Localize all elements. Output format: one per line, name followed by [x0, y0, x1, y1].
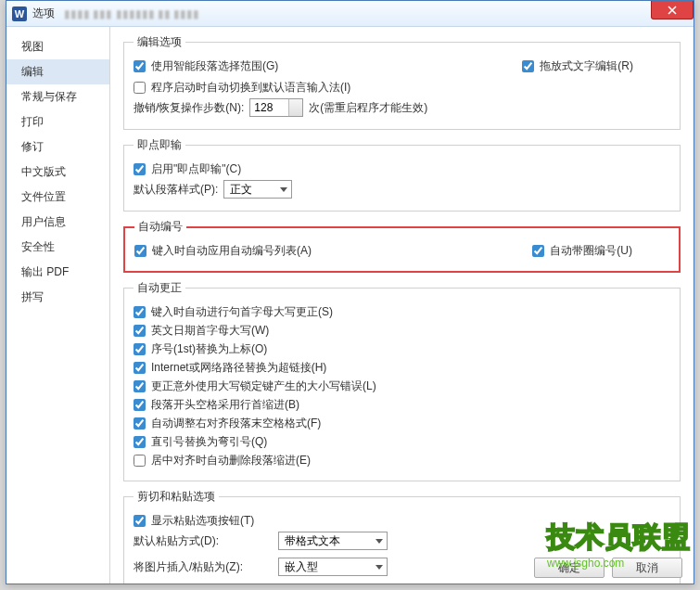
cb-autocorrect-0[interactable]: [134, 306, 146, 318]
main-panel: 编辑选项 使用智能段落选择范围(G) 拖放式文字编辑(R) 程序启动时自动切换到…: [110, 27, 694, 584]
lbl-autocorrect-4: 更正意外使用大写锁定键产生的大小写错误(L): [151, 378, 376, 394]
lbl-autocorrect-6: 自动调整右对齐段落末空格格式(F): [151, 416, 321, 431]
button-bar: 确定 取消: [127, 556, 682, 580]
lbl-undo-hint: 次(需重启程序才能生效): [309, 100, 427, 116]
sidebar-item-10[interactable]: 拼写: [6, 285, 109, 310]
close-button[interactable]: [651, 1, 694, 19]
cb-auto-number-list[interactable]: [134, 245, 146, 257]
cb-show-paste-btn[interactable]: [134, 515, 146, 527]
cb-autocorrect-2[interactable]: [134, 343, 146, 355]
sidebar: 视图编辑常规与保存打印修订中文版式文件位置用户信息安全性输出 PDF拼写: [6, 27, 110, 584]
lbl-auto-number-list: 键入时自动应用自动编号列表(A): [152, 243, 312, 259]
group-auto-correct: 自动更正 键入时自动进行句首字母大写更正(S)英文日期首字母大写(W)序号(1s…: [123, 280, 681, 481]
cb-autocorrect-7[interactable]: [134, 436, 146, 448]
legend-auto-number: 自动编号: [134, 219, 186, 235]
select-paste-mode[interactable]: 带格式文本: [278, 532, 388, 550]
lbl-autocorrect-1: 英文日期首字母大写(W): [151, 323, 269, 339]
options-dialog: W 选项 ▮▮▮▮ ▮▮▮ ▮▮▮▮▮▮ ▮▮ ▮▮▮▮ 视图编辑常规与保存打印…: [6, 0, 694, 584]
legend-auto-correct: 自动更正: [134, 280, 185, 296]
legend-click-type: 即点即输: [134, 137, 185, 153]
group-edit-options: 编辑选项 使用智能段落选择范围(G) 拖放式文字编辑(R) 程序启动时自动切换到…: [123, 34, 681, 130]
window-title: 选项: [32, 6, 55, 21]
lbl-autocorrect-2: 序号(1st)替换为上标(O): [151, 341, 267, 357]
cb-autocorrect-6[interactable]: [134, 417, 146, 430]
cb-autocorrect-5[interactable]: [134, 399, 146, 411]
cb-circle-number[interactable]: [532, 245, 544, 257]
sidebar-item-3[interactable]: 打印: [6, 109, 109, 135]
close-icon: [668, 6, 677, 15]
lbl-circle-number: 自动带圈编号(U): [550, 243, 632, 259]
lbl-undo-steps: 撤销/恢复操作步数(N):: [134, 100, 244, 116]
lbl-autocorrect-3: Internet或网络路径替换为超链接(H): [151, 360, 326, 376]
group-click-type: 即点即输 启用"即点即输"(C) 默认段落样式(P): 正文: [123, 137, 681, 212]
title-extra: ▮▮▮▮ ▮▮▮ ▮▮▮▮▮▮ ▮▮ ▮▮▮▮: [64, 7, 199, 20]
cb-click-type[interactable]: [134, 163, 146, 175]
cancel-button[interactable]: 取消: [612, 558, 682, 578]
app-icon: W: [12, 6, 27, 21]
lbl-autocorrect-5: 段落开头空格采用行首缩进(B): [151, 397, 299, 413]
lbl-autocorrect-7: 直引号替换为弯引号(Q): [151, 434, 267, 450]
cb-auto-ime[interactable]: [134, 82, 146, 94]
legend-edit: 编辑选项: [134, 34, 185, 50]
sidebar-item-2[interactable]: 常规与保存: [6, 84, 109, 109]
ok-button[interactable]: 确定: [534, 558, 605, 578]
legend-cut-paste: 剪切和粘贴选项: [134, 489, 219, 505]
cb-autocorrect-1[interactable]: [134, 325, 146, 337]
cb-drag-text[interactable]: [522, 60, 534, 72]
cb-autocorrect-4[interactable]: [134, 380, 146, 392]
lbl-default-style: 默认段落样式(P):: [134, 182, 218, 198]
lbl-auto-ime: 程序启动时自动切换到默认语言输入法(I): [151, 80, 350, 96]
lbl-autocorrect-0: 键入时自动进行句首字母大写更正(S): [151, 304, 333, 320]
lbl-autocorrect-8: 居中对齐时自动删除段落缩进(E): [151, 453, 311, 468]
sidebar-item-9[interactable]: 输出 PDF: [6, 260, 109, 285]
lbl-smart-select: 使用智能段落选择范围(G): [151, 58, 278, 74]
sidebar-item-0[interactable]: 视图: [6, 34, 109, 59]
sidebar-item-7[interactable]: 用户信息: [6, 210, 109, 235]
lbl-click-type: 启用"即点即输"(C): [151, 161, 241, 177]
sidebar-item-4[interactable]: 修订: [6, 135, 109, 160]
select-default-style[interactable]: 正文: [223, 180, 292, 199]
content: 视图编辑常规与保存打印修订中文版式文件位置用户信息安全性输出 PDF拼写 编辑选…: [6, 27, 694, 584]
undo-steps-spinner[interactable]: 128: [249, 98, 303, 117]
sidebar-item-6[interactable]: 文件位置: [6, 185, 109, 210]
titlebar: W 选项 ▮▮▮▮ ▮▮▮ ▮▮▮▮▮▮ ▮▮ ▮▮▮▮: [6, 1, 694, 27]
cb-autocorrect-8[interactable]: [134, 455, 146, 467]
sidebar-item-8[interactable]: 安全性: [6, 235, 109, 260]
sidebar-item-5[interactable]: 中文版式: [6, 160, 109, 185]
cb-autocorrect-3[interactable]: [134, 362, 146, 374]
sidebar-item-1[interactable]: 编辑: [6, 59, 109, 84]
cb-smart-select[interactable]: [134, 60, 146, 72]
lbl-paste-mode: 默认粘贴方式(D):: [134, 533, 273, 549]
lbl-drag-text: 拖放式文字编辑(R): [540, 58, 633, 74]
lbl-show-paste-btn: 显示粘贴选项按钮(T): [151, 513, 254, 529]
group-auto-number: 自动编号 键入时自动应用自动编号列表(A) 自动带圈编号(U): [123, 219, 681, 273]
